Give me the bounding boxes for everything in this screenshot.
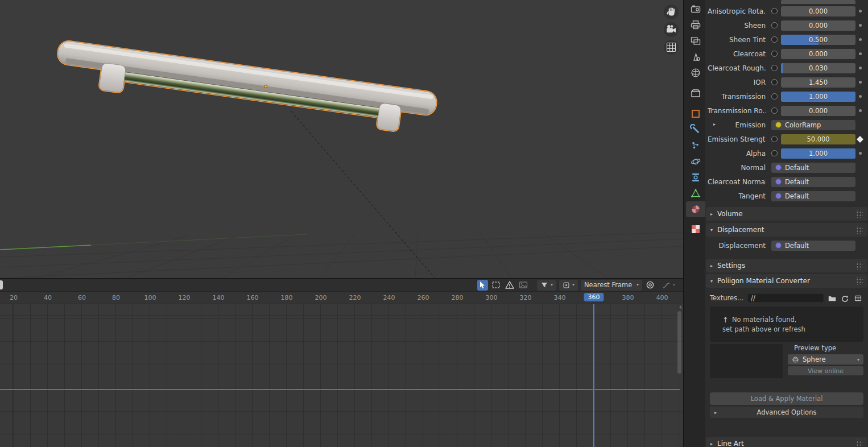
tweak-tool-button[interactable] <box>477 280 488 291</box>
fcurve-constant-line[interactable] <box>0 389 680 390</box>
tab-scene-properties[interactable] <box>686 49 705 65</box>
frame-tick[interactable]: 60 <box>78 294 86 301</box>
3d-viewport[interactable] <box>0 0 683 279</box>
tab-object-data-properties[interactable] <box>686 185 705 201</box>
panel-drag-dots[interactable] <box>855 226 863 234</box>
tab-particle-properties[interactable] <box>686 138 705 154</box>
float-socket-icon[interactable] <box>771 136 778 142</box>
float-socket-icon[interactable] <box>771 107 778 114</box>
animate-decorator[interactable] <box>855 10 865 13</box>
frame-tick[interactable]: 120 <box>179 294 191 301</box>
keyframe-decorator[interactable] <box>855 137 865 142</box>
frame-tick[interactable]: 240 <box>383 294 395 301</box>
editor-type-icon-clipped[interactable] <box>0 280 3 289</box>
float-socket-icon[interactable] <box>771 79 778 85</box>
frame-tick[interactable]: 40 <box>44 294 52 301</box>
vector-socket-icon[interactable] <box>775 164 782 171</box>
frame-tick[interactable]: 260 <box>418 294 429 301</box>
view-online-button[interactable]: View online <box>788 366 863 375</box>
frame-ruler[interactable]: 2040608010012014016018020022024026028030… <box>0 292 683 304</box>
frame-tick[interactable]: 80 <box>112 294 120 301</box>
textures-path-input[interactable]: // <box>747 293 824 303</box>
frame-tick[interactable]: 100 <box>144 294 156 301</box>
value-slider[interactable]: 1.000 <box>781 92 855 102</box>
float-socket-icon[interactable] <box>771 93 778 100</box>
expand-arrow-icon[interactable]: ▸ <box>713 122 716 127</box>
frame-tick[interactable]: 340 <box>554 294 566 301</box>
panel-drag-dots[interactable] <box>855 277 863 285</box>
frame-tick[interactable]: 320 <box>520 294 532 301</box>
proportional-editing-button[interactable] <box>645 280 656 291</box>
tab-world-properties[interactable] <box>686 65 705 81</box>
vector-socket-icon[interactable] <box>775 179 782 185</box>
frame-tick[interactable]: 300 <box>486 294 498 301</box>
grid-toggle-icon[interactable] <box>664 40 679 55</box>
camera-view-icon[interactable] <box>664 22 679 37</box>
frame-tick[interactable]: 400 <box>656 294 668 301</box>
value-slider[interactable]: 0.000 <box>781 20 855 31</box>
frame-tick[interactable]: 280 <box>452 294 464 301</box>
node-link-field[interactable]: Default <box>771 163 855 173</box>
vector-socket-icon[interactable] <box>775 242 782 249</box>
frame-tick[interactable]: 140 <box>213 294 225 301</box>
animate-decorator[interactable] <box>855 81 865 84</box>
light-fixture-object[interactable] <box>53 40 437 136</box>
frame-tick[interactable]: 20 <box>10 294 18 301</box>
value-slider[interactable]: 0.500 <box>781 35 855 45</box>
tab-view-layer-properties[interactable] <box>686 33 705 49</box>
snap-toggle-dropdown[interactable]: ▾ <box>559 280 578 291</box>
float-socket-icon[interactable] <box>771 8 778 14</box>
region-collapse-arrow[interactable]: ‹ <box>679 303 682 311</box>
value-slider[interactable]: 1.000 <box>781 148 855 159</box>
current-frame-badge[interactable]: 360 <box>584 293 604 301</box>
panel-volume[interactable]: ▸ Volume <box>706 207 867 221</box>
float-socket-icon[interactable] <box>771 51 778 57</box>
tab-material-properties[interactable] <box>686 201 705 217</box>
folder-icon[interactable] <box>826 293 837 303</box>
refresh-icon[interactable] <box>840 293 850 303</box>
image-filter-icon-disabled[interactable] <box>518 280 529 291</box>
load-apply-material-button[interactable]: Load & Apply Material <box>710 392 863 405</box>
panel-drag-dots[interactable] <box>855 210 863 218</box>
panel-displacement[interactable]: ▾ Displacement <box>706 223 867 237</box>
frame-tick[interactable]: 160 <box>247 294 259 301</box>
frame-tick[interactable]: 200 <box>315 294 327 301</box>
graph-grid[interactable]: ‹ <box>0 304 683 447</box>
value-slider[interactable]: 1.450 <box>781 77 855 88</box>
float-socket-icon[interactable] <box>771 22 778 28</box>
tab-output-properties[interactable] <box>686 17 705 33</box>
panel-poliigon-converter[interactable]: ▾ Poliigon Material Converter <box>706 274 867 288</box>
animate-decorator[interactable] <box>855 152 865 155</box>
float-socket-icon[interactable] <box>771 36 778 43</box>
vector-socket-icon[interactable] <box>775 193 782 199</box>
filter-dropdown[interactable]: ▾ <box>537 280 556 291</box>
node-link-field[interactable]: ColorRamp <box>771 120 855 130</box>
value-slider[interactable]: 0.000 <box>781 49 855 59</box>
advanced-options-header[interactable]: ▸ Advanced Options <box>710 407 863 418</box>
animate-decorator[interactable] <box>855 52 865 55</box>
animate-decorator[interactable] <box>855 24 865 27</box>
tab-constraint-properties[interactable] <box>686 169 705 185</box>
tab-texture-properties[interactable] <box>686 221 705 237</box>
box-select-icon[interactable] <box>491 280 502 291</box>
pan-hand-icon[interactable] <box>664 5 679 19</box>
clipped-slider[interactable] <box>781 0 855 4</box>
playhead-line[interactable] <box>593 304 594 447</box>
tab-collection-properties[interactable] <box>686 85 705 101</box>
falloff-dropdown-disabled[interactable]: ▾ <box>659 280 679 291</box>
value-slider[interactable]: 0.000 <box>781 6 855 16</box>
warning-icon[interactable] <box>505 280 515 291</box>
file-browser-icon[interactable] <box>853 293 863 303</box>
panel-drag-dots[interactable] <box>855 262 863 270</box>
tab-render-properties[interactable] <box>686 1 705 17</box>
frame-tick[interactable]: 380 <box>622 294 634 301</box>
animate-decorator[interactable] <box>855 38 865 41</box>
node-link-field[interactable]: Default <box>771 241 855 251</box>
preview-type-dropdown[interactable]: Sphere ▾ <box>788 354 863 365</box>
float-socket-icon[interactable] <box>771 65 778 71</box>
panel-settings[interactable]: ▸ Settings <box>706 259 867 272</box>
value-slider[interactable]: 0.030 <box>781 63 855 73</box>
panel-line-art[interactable]: ▸ Line Art <box>706 437 867 447</box>
node-link-field[interactable]: Default <box>771 191 855 201</box>
frame-tick[interactable]: 220 <box>349 294 361 301</box>
